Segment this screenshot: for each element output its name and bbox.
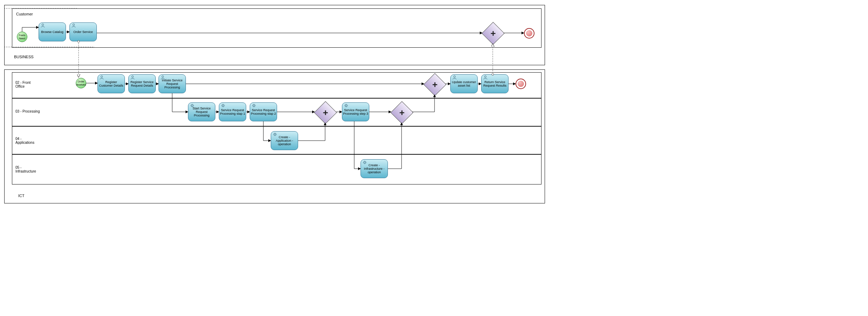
lane-front-office-label: 02 - Front Office	[15, 81, 40, 88]
svg-point-9	[253, 105, 255, 106]
task-label: Create -Application -operation	[272, 135, 297, 146]
svg-point-4	[162, 76, 163, 78]
svg-point-8	[222, 105, 224, 106]
task-label: Initiate Service Request Processing	[160, 79, 185, 89]
lane-infrastructure-label: 05 - Infrastructure	[15, 166, 40, 173]
user-icon	[130, 75, 135, 80]
task-srp-step3: Service Request Processing step 3	[342, 102, 369, 121]
task-create-infra-op: Create -Infrastructure -operation	[361, 159, 388, 178]
task-create-app-op: Create -Application -operation	[271, 131, 298, 150]
start-event-label: Order received	[76, 80, 86, 86]
gear-icon	[251, 103, 256, 108]
svg-point-11	[274, 133, 276, 135]
svg-point-1	[73, 24, 74, 26]
user-icon	[71, 23, 76, 28]
lane-processing-label: 03 - Processing	[15, 109, 40, 113]
task-initiate-srp: Initiate Service Request Processing	[159, 74, 186, 93]
task-label: Service Request Processing stap 1	[220, 108, 245, 115]
start-event-label: Feels Need	[17, 34, 27, 40]
svg-point-6	[484, 76, 486, 78]
user-icon	[483, 75, 488, 80]
task-label: Service Request Processing stap 2	[251, 108, 276, 115]
svg-point-12	[364, 161, 365, 163]
task-label: Create -Infrastructure -operation	[362, 163, 387, 174]
lane-infrastructure	[12, 154, 541, 184]
task-register-srv-request: Register Service Request Details	[128, 74, 156, 93]
task-srp-step1: Service Request Processing stap 1	[219, 102, 246, 121]
gear-icon	[344, 103, 349, 108]
task-label: Order Service	[73, 30, 93, 34]
bpmn-canvas: Customer BUSINESS 02 - Front Office 03 -…	[0, 0, 868, 316]
svg-point-3	[132, 76, 133, 78]
task-label: Register Service Request Details	[129, 80, 155, 87]
task-update-assets: Update customer asset list	[450, 74, 478, 93]
start-event-order-received: Order received	[76, 78, 86, 88]
gear-icon	[221, 103, 226, 108]
task-label: Service Request Processing step 3	[343, 108, 368, 115]
svg-point-7	[191, 105, 193, 106]
task-label: Return Service Request Results	[482, 80, 507, 87]
task-label: Browse Catalog	[41, 30, 63, 34]
pool-ict-label: ICT	[18, 194, 25, 198]
svg-point-10	[345, 105, 347, 106]
end-event-customer	[524, 28, 534, 39]
lane-applications-label: 04 - Applications	[15, 137, 40, 144]
task-return-results: Return Service Request Results	[481, 74, 509, 93]
start-event-feels-need: Feels Need	[17, 32, 27, 42]
task-register-customer: Register Customer Details	[97, 74, 125, 93]
user-icon	[99, 75, 104, 80]
svg-point-2	[101, 76, 102, 78]
lane-customer-label: Customer	[16, 12, 33, 16]
task-label: Start Service Request Processing	[189, 107, 214, 117]
svg-point-5	[453, 76, 455, 78]
pool-business-label: BUSINESS	[14, 55, 34, 59]
task-start-srp: Start Service Request Processing	[188, 102, 215, 121]
task-label: Update customer asset list	[451, 80, 477, 87]
end-event-front	[516, 79, 526, 89]
svg-point-0	[42, 24, 43, 26]
task-order-service: Order Service	[69, 22, 97, 41]
user-icon	[40, 23, 45, 28]
task-srp-step2: Service Request Processing stap 2	[250, 102, 277, 121]
task-label: Register Customer Details	[99, 80, 124, 87]
user-icon	[452, 75, 457, 80]
task-browse-catalog: Browse Catalog	[39, 22, 66, 41]
